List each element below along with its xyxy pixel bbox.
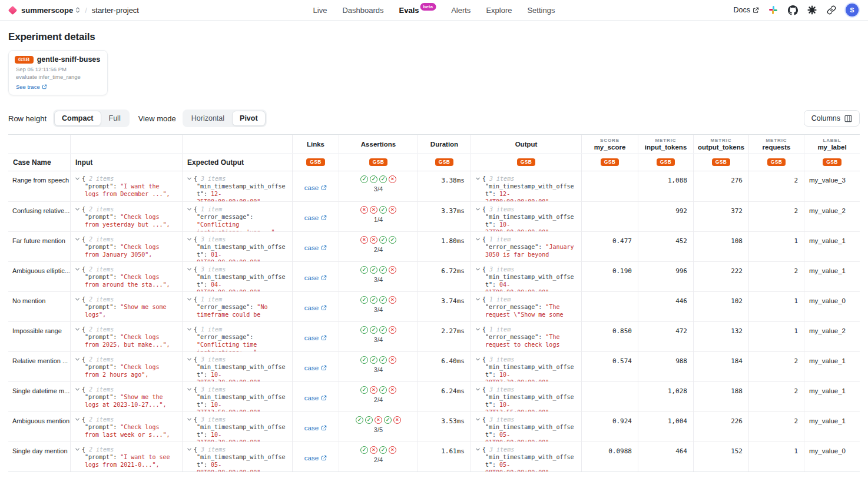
column-header-duration[interactable]: Duration xyxy=(418,135,471,153)
expand-chevron-icon[interactable] xyxy=(75,327,80,332)
starburst-icon[interactable] xyxy=(807,5,817,15)
json-head: {2 items xyxy=(75,386,176,393)
expand-chevron-icon[interactable] xyxy=(75,267,80,272)
expand-chevron-icon[interactable] xyxy=(475,327,481,332)
case-link[interactable]: case xyxy=(304,298,327,317)
expand-chevron-icon[interactable] xyxy=(187,447,192,452)
experiment-badge[interactable]: GSB xyxy=(823,158,842,167)
case-link[interactable]: case xyxy=(304,449,327,467)
column-header-input_tokens[interactable]: METRICinput_tokens xyxy=(638,135,694,153)
expand-chevron-icon[interactable] xyxy=(75,387,80,392)
expand-chevron-icon[interactable] xyxy=(475,267,481,272)
expand-chevron-icon[interactable] xyxy=(75,176,80,181)
json-body: "prompt": "Show me the logs at 2023-10-2… xyxy=(85,393,176,409)
expand-chevron-icon[interactable] xyxy=(75,237,80,242)
case-link[interactable]: case xyxy=(304,419,327,437)
json-open-brace: { xyxy=(194,205,197,213)
json-body: "min_timestamp_with_offset": 04-01T00:00… xyxy=(197,273,286,291)
view-mode-label: View mode xyxy=(138,114,176,123)
case-link[interactable]: case xyxy=(304,268,327,287)
assertion-fail-icon: × xyxy=(389,175,396,183)
case-link[interactable]: case xyxy=(304,358,327,377)
view-mode-horizontal-button[interactable]: Horizontal xyxy=(184,111,232,126)
experiment-badge[interactable]: GSB xyxy=(435,158,454,167)
expand-chevron-icon[interactable] xyxy=(475,207,481,212)
expand-chevron-icon[interactable] xyxy=(187,387,192,392)
see-trace-link[interactable]: See trace xyxy=(16,84,47,90)
json-colon: : xyxy=(113,244,120,250)
column-header-case-name[interactable]: Case Name xyxy=(8,154,71,171)
row-height-full-button[interactable]: Full xyxy=(101,111,128,126)
column-kicker: METRIC xyxy=(655,138,676,143)
assertion-pass-icon: ✓ xyxy=(370,356,377,364)
column-header-assertions[interactable]: Assertions xyxy=(339,135,418,153)
experiment-badge[interactable]: GSB xyxy=(306,158,325,167)
score-cell: 0.477 xyxy=(582,232,638,261)
input-tokens-cell: 988 xyxy=(638,352,694,381)
expand-chevron-icon[interactable] xyxy=(75,357,80,362)
experiment-badge[interactable]: GSB xyxy=(657,158,675,167)
nav-item-evals[interactable]: Evalsbeta xyxy=(399,6,436,15)
experiment-badge[interactable]: GSB xyxy=(712,158,731,167)
json-open-brace: { xyxy=(482,235,486,243)
case-link[interactable]: case xyxy=(304,238,327,257)
assertion-fail-icon: × xyxy=(389,446,396,454)
case-link[interactable]: case xyxy=(304,208,327,227)
slack-icon[interactable] xyxy=(768,5,778,15)
column-header-expected-output[interactable]: Expected Output xyxy=(183,154,293,171)
expand-chevron-icon[interactable] xyxy=(475,447,481,452)
link-icon[interactable] xyxy=(826,5,837,15)
column-header-output_tokens[interactable]: METRICoutput_tokens xyxy=(694,135,749,153)
column-header-output[interactable]: Output xyxy=(471,135,582,153)
nav-item-settings[interactable]: Settings xyxy=(527,6,555,15)
experiment-badge[interactable]: GSB xyxy=(601,158,619,167)
expand-chevron-icon[interactable] xyxy=(75,297,80,302)
experiment-badge-cell: GSB xyxy=(804,154,860,171)
view-mode-pivot-button[interactable]: Pivot xyxy=(232,111,266,126)
experiment-badge[interactable]: GSB xyxy=(767,158,786,167)
column-header-my_score[interactable]: SCOREmy_score xyxy=(582,135,638,153)
user-avatar[interactable]: S xyxy=(846,4,859,16)
expand-chevron-icon[interactable] xyxy=(75,447,80,452)
experiment-badge[interactable]: GSB xyxy=(369,158,388,167)
expand-chevron-icon[interactable] xyxy=(187,297,192,302)
expand-chevron-icon[interactable] xyxy=(187,327,192,332)
case-link[interactable]: case xyxy=(304,328,327,347)
expand-chevron-icon[interactable] xyxy=(75,417,80,422)
column-header-requests[interactable]: METRICrequests xyxy=(749,135,804,153)
column-header-links[interactable]: Links xyxy=(293,135,339,153)
row-height-compact-button[interactable]: Compact xyxy=(54,111,101,126)
assertion-fail-icon: × xyxy=(360,206,368,214)
expand-chevron-icon[interactable] xyxy=(75,207,80,212)
column-header-input[interactable]: Input xyxy=(71,154,183,171)
expand-chevron-icon[interactable] xyxy=(187,207,192,212)
column-header-my_label[interactable]: LABELmy_label xyxy=(804,135,860,153)
expand-chevron-icon[interactable] xyxy=(475,237,481,242)
breadcrumb-project[interactable]: starter-project xyxy=(92,6,139,15)
github-icon[interactable] xyxy=(787,5,798,15)
json-head: {3 items xyxy=(187,235,286,243)
expand-chevron-icon[interactable] xyxy=(475,417,481,422)
expand-chevron-icon[interactable] xyxy=(475,357,481,362)
assertion-pass-icon: ✓ xyxy=(379,175,387,183)
expand-chevron-icon[interactable] xyxy=(187,176,192,181)
nav-item-alerts[interactable]: Alerts xyxy=(451,6,471,15)
nav-item-dashboards[interactable]: Dashboards xyxy=(342,6,383,15)
nav-item-live[interactable]: Live xyxy=(313,6,327,15)
case-link[interactable]: case xyxy=(304,389,327,407)
case-link[interactable]: case xyxy=(304,178,327,197)
expand-chevron-icon[interactable] xyxy=(475,176,481,181)
expand-chevron-icon[interactable] xyxy=(187,417,192,422)
expand-chevron-icon[interactable] xyxy=(475,297,481,302)
nav-item-explore[interactable]: Explore xyxy=(486,6,512,15)
input-tokens-cell: 464 xyxy=(638,442,694,472)
columns-button[interactable]: Columns xyxy=(804,110,860,127)
expand-chevron-icon[interactable] xyxy=(187,357,192,362)
docs-link[interactable]: Docs xyxy=(734,6,759,14)
breadcrumb-separator: / xyxy=(84,6,88,15)
workspace-switcher[interactable]: summerscope xyxy=(21,6,80,15)
experiment-badge[interactable]: GSB xyxy=(517,158,536,167)
expand-chevron-icon[interactable] xyxy=(187,267,192,272)
expand-chevron-icon[interactable] xyxy=(475,387,481,392)
expand-chevron-icon[interactable] xyxy=(187,237,192,242)
